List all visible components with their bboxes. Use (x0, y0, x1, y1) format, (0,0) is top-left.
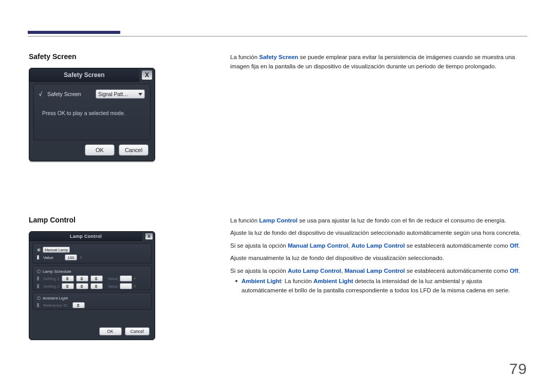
paragraph: La función Lamp Control se usa para ajus… (230, 216, 526, 225)
ampm-spinner[interactable] (90, 275, 103, 282)
lamp-control-dialog: Lamp Control X Manual Lamp Value 100 Lam… (29, 231, 155, 340)
lamp-schedule-label: Lamp Schedule (43, 269, 71, 274)
close-icon: X (147, 234, 151, 239)
reference-row: Reference ID (37, 302, 147, 308)
text: . (518, 268, 520, 274)
text: se establecerá automáticamente como (405, 268, 510, 274)
hour-spinner[interactable] (62, 275, 74, 282)
ok-button[interactable]: OK (99, 327, 122, 335)
text: se establecerá automáticamente como (405, 242, 510, 249)
dialog-body: Safety Screen Signal Patt… Press OK to p… (33, 84, 151, 140)
dialog-title: Lamp Control (29, 232, 142, 241)
document-page: Safety Screen La función Safety Screen s… (0, 0, 555, 392)
bullet-text: Ambient Light: La función Ambient Light … (242, 276, 526, 295)
value-number: 100 (68, 255, 75, 260)
marker-icon (37, 276, 39, 281)
bullet-item: Ambient Light: La función Ambient Light … (230, 276, 526, 295)
safety-screen-description: La función Safety Screen se puede emplea… (230, 52, 526, 71)
text: se usa para ajustar la luz de fondo con … (298, 217, 506, 223)
lamp-control-heading: Lamp Control (29, 216, 76, 224)
hour-spinner[interactable] (62, 283, 74, 289)
term: Auto Lamp Control (288, 268, 341, 274)
ok-label: OK (96, 147, 104, 153)
text: Si se ajusta la opción (230, 268, 288, 274)
safety-screen-dropdown[interactable]: Signal Patt… (96, 89, 145, 99)
manual-lamp-row: Manual Lamp (37, 247, 147, 253)
safety-screen-field-row: Safety Screen Signal Patt… (39, 89, 145, 99)
text: La función (230, 217, 259, 223)
term: Off (510, 268, 519, 274)
term: Off (510, 242, 519, 249)
dialog-title: Safety Screen (29, 68, 139, 82)
ambient-light-panel: Ambient Light Reference ID (32, 292, 152, 310)
header-rule (28, 36, 527, 36)
dialog-footer: OK Cancel (29, 142, 155, 158)
lamp-control-description: La función Lamp Control se usa para ajus… (230, 216, 526, 295)
ambient-light-row: Ambient Light (37, 296, 147, 301)
check-icon (39, 91, 42, 97)
text: La función (230, 54, 259, 60)
safety-screen-heading: Safety Screen (29, 52, 77, 61)
radio-icon[interactable] (37, 248, 41, 252)
ok-label: OK (107, 329, 113, 334)
header-accent-bar (28, 31, 120, 34)
dropdown-value: Signal Patt… (98, 91, 128, 97)
ampm-spinner[interactable] (90, 283, 103, 289)
ok-button[interactable]: OK (85, 144, 115, 156)
cancel-label: Cancel (125, 147, 142, 153)
term: Ambient Light (242, 278, 281, 284)
chevron-down-icon (138, 93, 142, 96)
text: Si se ajusta la opción (230, 242, 288, 249)
sched-value-field[interactable] (120, 283, 132, 289)
close-button[interactable]: X (145, 233, 153, 240)
page-number: 79 (509, 360, 527, 378)
paragraph: Ajuste la luz de fondo del dispositivo d… (230, 228, 526, 237)
setting2-row: Setting 2 Value (37, 283, 147, 289)
setting1-row: Setting 1 Value (37, 275, 147, 282)
safety-screen-dialog: Safety Screen X Safety Screen Signal Pat… (29, 68, 155, 161)
sched-value-field[interactable] (120, 275, 132, 282)
value-label: Value (43, 255, 53, 260)
minute-spinner[interactable] (76, 283, 88, 289)
chevron-right-icon (134, 285, 136, 288)
field-label: Safety Screen (47, 91, 81, 97)
text: : La función (281, 278, 313, 284)
paragraph: Ajuste manualmente la luz de fondo del d… (230, 253, 526, 263)
value-field[interactable]: 100 (65, 254, 77, 260)
paragraph: Si se ajusta la opción Auto Lamp Control… (230, 266, 526, 275)
chevron-right-icon (134, 277, 136, 280)
ambient-light-label: Ambient Light (43, 296, 68, 301)
setting1-label: Setting 1 (43, 276, 60, 281)
radio-icon[interactable] (37, 270, 41, 273)
cancel-button[interactable]: Cancel (125, 327, 150, 335)
marker-icon (37, 255, 39, 259)
dialog-hint: Press OK to play a selected mode. (39, 110, 145, 116)
safety-screen-term: Safety Screen (259, 54, 298, 60)
paragraph: Si se ajusta la opción Manual Lamp Contr… (230, 241, 526, 250)
setting2-label: Setting 2 (43, 284, 60, 289)
lamp-schedule-row: Lamp Schedule (37, 269, 147, 274)
manual-lamp-panel: Manual Lamp Value 100 (32, 243, 152, 264)
minute-spinner[interactable] (76, 275, 88, 282)
marker-icon (37, 284, 39, 288)
radio-icon[interactable] (37, 296, 41, 300)
close-button[interactable]: X (141, 70, 153, 80)
sched-value-label: Value (108, 276, 118, 281)
marker-icon (37, 303, 39, 307)
reference-label: Reference ID (43, 303, 67, 308)
term: Lamp Control (259, 217, 298, 223)
cancel-button[interactable]: Cancel (119, 144, 149, 156)
dialog-footer: OK Cancel (29, 326, 155, 337)
chevron-right-icon (80, 256, 82, 259)
lamp-schedule-panel: Lamp Schedule Setting 1 Value Setting 2 … (32, 266, 152, 290)
term: Manual Lamp Control (344, 268, 405, 274)
term: Ambient Light (313, 278, 353, 284)
sched-value-label: Value (108, 284, 118, 289)
term: Manual Lamp Control (288, 242, 348, 249)
manual-lamp-label: Manual Lamp (43, 247, 70, 253)
bullet-icon (235, 280, 237, 282)
value-row: Value 100 (37, 254, 147, 260)
reference-dropdown[interactable] (72, 302, 85, 308)
cancel-label: Cancel (131, 329, 144, 334)
term: Auto Lamp Control (351, 242, 405, 249)
